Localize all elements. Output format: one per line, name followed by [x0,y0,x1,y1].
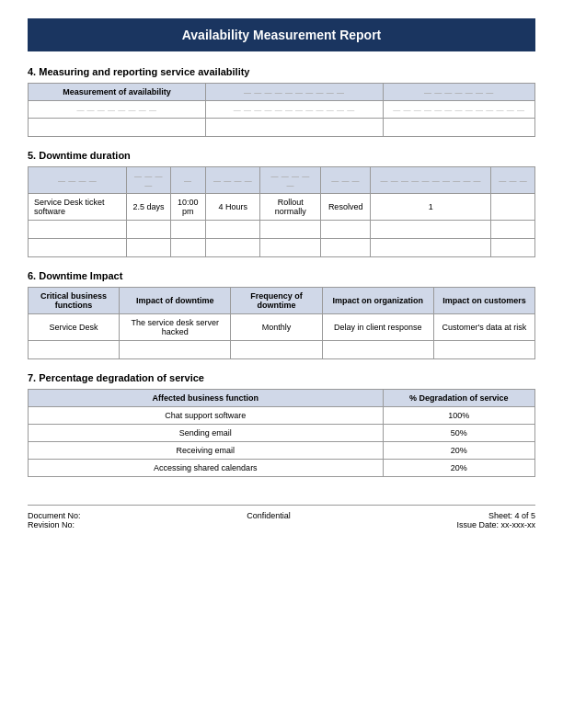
section4-table: Measurement of availability — — — — — — … [28,83,535,137]
section6-table: Critical business functions Impact of do… [28,287,535,359]
section4-heading: 4. Measuring and reporting service avail… [28,66,535,77]
section4-row3-col1 [29,119,206,137]
section6-r2-c1 [29,341,120,359]
section5-r1-c4: 4 Hours [205,194,260,221]
section6-heading: 6. Downtime Impact [28,270,535,281]
footer-issue-date: Issue Date: xx-xxx-xx [456,520,535,529]
section4-row2-col1: — — — — — — — — [29,101,206,119]
section7-r2-function: Sending email [29,425,384,442]
section6-r2-c3 [231,341,322,359]
section7-heading: 7. Percentage degradation of service [28,372,535,383]
section5-r1-c7: 1 [371,194,491,221]
section5-r1-c6: Resolved [320,194,371,221]
section7-col2-header: % Degradation of service [383,390,534,407]
section7-col1-header: Affected business function [29,390,384,407]
section5-r2-c5 [260,221,320,239]
section5-r3-c3 [170,239,205,257]
section5-r1-c2: 2.5 days [127,194,171,221]
section6-r1-c1: Service Desk [29,314,120,341]
section5-r1-c8 [491,194,535,221]
section6-r1-c4: Delay in client response [322,314,433,341]
section7-r1-degradation: 100% [383,407,534,425]
page-title: Availability Measurement Report [28,18,535,51]
section5-h4: — — — — [205,167,260,194]
footer: Document No: Revision No: Confidential S… [28,511,535,529]
section4-row3-col2 [205,119,383,137]
section6-r1-c5: Customer's data at risk [433,314,534,341]
section5-h7: — — — — — — — — — — [371,167,491,194]
section6-col1-header: Critical business functions [29,288,120,314]
section6-r1-c2: The service desk server hacked [120,314,231,341]
section5-r3-c1 [29,239,127,257]
section6-r2-c2 [120,341,231,359]
section5-h3: — [170,167,205,194]
section5-heading: 5. Downtime duration [28,150,535,161]
footer-right: Sheet: 4 of 5 Issue Date: xx-xxx-xx [456,511,535,529]
section5-r3-c2 [127,239,171,257]
section6-col4-header: Impact on organization [322,288,433,314]
section5-h6: — — — [320,167,371,194]
section5-h8: — — — [491,167,535,194]
section7-r3-function: Receiving email [29,442,384,460]
section5-r2-c7 [371,221,491,239]
section5-h1: — — — — [29,167,127,194]
section6-r2-c4 [322,341,433,359]
section7-r1-function: Chat support software [29,407,384,425]
section5-r2-c4 [205,221,260,239]
footer-center: Confidential [247,511,291,529]
section5-h5: — — — — — [260,167,320,194]
section5-r2-c1 [29,221,127,239]
section5-r1-c1: Service Desk ticket software [29,194,127,221]
section4-row2-col3: — — — — — — — — — — — — — [383,101,534,119]
section5-r3-c4 [205,239,260,257]
section5-r2-c8 [491,221,535,239]
section7-r4-function: Accessing shared calendars [29,460,384,477]
section4-col2-header: — — — — — — — — — — [205,84,383,101]
section5-h2: — — — — [127,167,171,194]
section4-col3-header: — — — — — — — [383,84,534,101]
section5-r2-c3 [170,221,205,239]
section7-r3-degradation: 20% [383,442,534,460]
footer-left: Document No: Revision No: [28,511,81,529]
section7-table: Affected business function % Degradation… [28,389,535,477]
section5-r1-c3: 10:00 pm [170,194,205,221]
section7-r4-degradation: 20% [383,460,534,477]
section4-row3-col3 [383,119,534,137]
section5-r3-c6 [320,239,371,257]
revision-no: Revision No: [28,520,81,529]
section5-r1-c5: Rollout normally [260,194,320,221]
footer-divider [28,505,535,506]
section6-r1-c3: Monthly [231,314,322,341]
section6-col3-header: Frequency of downtime [231,288,322,314]
section4-col1-header: Measurement of availability [29,84,206,101]
section6-col2-header: Impact of downtime [120,288,231,314]
section5-r3-c5 [260,239,320,257]
footer-sheet: Sheet: 4 of 5 [456,511,535,520]
document-no: Document No: [28,511,81,520]
section6-col5-header: Impact on customers [433,288,534,314]
section5-r2-c6 [320,221,371,239]
section5-table: — — — — — — — — — — — — — — — — — — — — … [28,166,535,257]
section5-r3-c7 [371,239,491,257]
section7-r2-degradation: 50% [383,425,534,442]
section5-r3-c8 [491,239,535,257]
section5-r2-c2 [127,221,171,239]
section6-r2-c5 [433,341,534,359]
section4-row2-col2: — — — — — — — — — — — — [205,101,383,119]
